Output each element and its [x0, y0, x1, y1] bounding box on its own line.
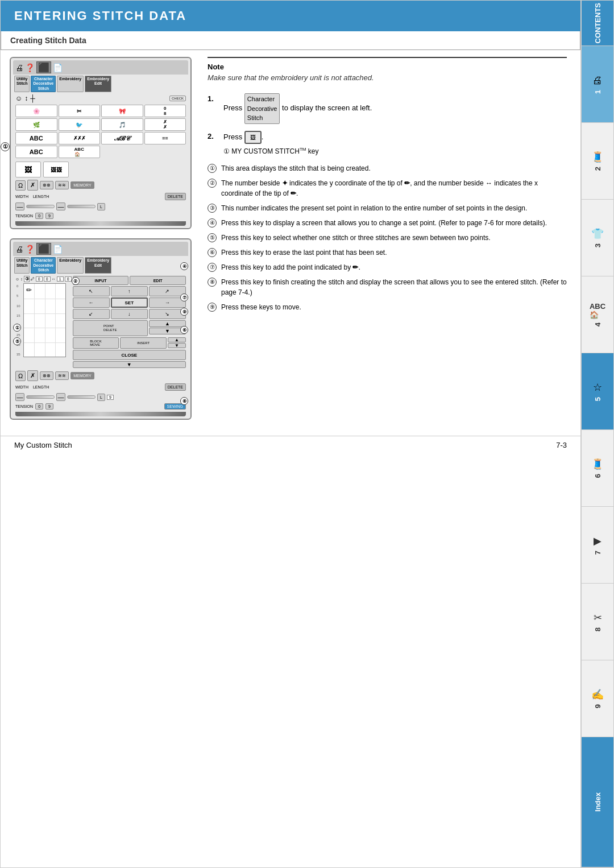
arrow-nw[interactable]: ↖ — [73, 286, 110, 296]
stitch-cell-8[interactable]: ✗✗ — [144, 118, 186, 131]
machine1-tab-utility[interactable]: UtilityStitch — [14, 76, 30, 92]
my-custom-stitch-key[interactable]: 🖼 — [244, 131, 262, 144]
desc-1: ① This area displays the stitch that is … — [208, 163, 567, 173]
machine1-tension-0[interactable]: 0 — [35, 213, 43, 219]
stitch-cell-5[interactable]: 🌿 — [15, 118, 57, 131]
machine1-width-label: WIDTH — [15, 195, 28, 199]
machine2-memory[interactable]: MEMORY — [70, 372, 94, 379]
tab-ch4[interactable]: ABC🏠 4 — [580, 276, 613, 353]
desc-4-text: Press this key to display a screen that … — [221, 218, 547, 228]
machine2-tab-character[interactable]: CharacterDecorativeStitch — [31, 257, 56, 274]
machine1-tension-9[interactable]: 9 — [45, 213, 53, 219]
tab-index[interactable]: Index — [580, 737, 613, 867]
machine1-tab-embroidery[interactable]: Embroidery — [57, 76, 84, 92]
tab-ch1[interactable]: 🖨 1 — [580, 46, 613, 123]
arrow-up3[interactable]: ▲ — [168, 337, 186, 342]
machine1-check-btn[interactable]: CHECK — [169, 96, 186, 101]
machine2-tab-embroidery[interactable]: Embroidery — [57, 257, 84, 274]
tab-ch8[interactable]: ✂ 8 — [580, 584, 613, 660]
machine2-tab-utility[interactable]: UtilityStitch — [14, 257, 30, 274]
machine2-x[interactable]: ✗ — [27, 370, 38, 381]
step1-text: Press CharacterDecorativeStitch to displ… — [223, 93, 372, 124]
desc-3-num: ③ — [208, 204, 217, 213]
stitch-cell-9[interactable]: ABC — [15, 132, 57, 144]
stitch-cell-11[interactable]: 𝒜ℬ𝒞 — [101, 132, 143, 144]
machine2-block-move[interactable]: BLOCKMOVE — [73, 337, 119, 349]
machine2-slider2[interactable] — [67, 395, 96, 399]
machine2-delete-btn[interactable]: DELETE — [165, 383, 186, 391]
machine2-edit-btn[interactable]: EDIT — [130, 276, 186, 285]
machine2-num-val: 9 — [107, 395, 114, 400]
machine1-x[interactable]: ✗ — [27, 180, 38, 191]
machine1-top-bar: 🖨 ❓ ⬛ 📄 — [13, 60, 188, 75]
stitch-cell-2[interactable]: ✂ — [59, 105, 101, 117]
stitch-cell-14[interactable]: ABC🏠 — [59, 146, 101, 158]
machine1-delete-btn[interactable]: DELETE — [165, 193, 186, 200]
machine2-slider1[interactable] — [26, 395, 55, 399]
machine2-lines[interactable]: ≋≋ — [55, 371, 69, 380]
stitch-cell-7[interactable]: 🎵 — [101, 118, 143, 131]
tab-ch9[interactable]: ✍ 9 — [580, 660, 613, 737]
machine2-pattern[interactable]: ⊗⊗ — [40, 371, 53, 380]
machine2-set-btn[interactable]: SET — [111, 297, 148, 308]
character-stitch-key[interactable]: CharacterDecorativeStitch — [244, 93, 280, 124]
tab-ch7[interactable]: ▶ 7 — [580, 507, 613, 584]
machine1-slider1[interactable] — [26, 205, 55, 208]
machine2-input-btn[interactable]: INPUT — [73, 276, 129, 285]
machine1-omega[interactable]: Ω — [15, 180, 26, 191]
left-column: 🖨 ❓ ⬛ 📄 UtilityStitch CharacterDecorativ… — [10, 57, 192, 420]
machine1-tab-character[interactable]: CharacterDecorativeStitch — [31, 76, 56, 92]
machine2-wl-row: WIDTH LENGTH DELETE — [13, 382, 188, 392]
callout-7: ⑦ — [180, 294, 188, 301]
machine2-minus1[interactable]: — — [15, 393, 24, 401]
note-text: Make sure that the embroidery unit is no… — [208, 73, 567, 82]
callout-2: ② — [72, 277, 80, 285]
tab-ch4-label: 4 — [594, 323, 602, 326]
machine1-minus1[interactable]: — — [15, 202, 24, 210]
machine1-tab-row: UtilityStitch CharacterDecorativeStitch … — [13, 76, 188, 93]
machine2-tension-9[interactable]: 9 — [45, 403, 53, 410]
machine2-tab-edit[interactable]: EmbroideryEdit — [85, 257, 111, 274]
machine2-sliders: — — L 9 — [13, 392, 188, 402]
arrow-sw[interactable]: ↙ — [73, 309, 110, 319]
arrow-w[interactable]: ← — [73, 297, 110, 308]
stitch-cell-13[interactable]: ABC — [15, 146, 57, 158]
stitch-cell-10[interactable]: ✗✗✗ — [59, 132, 101, 144]
custom-stitch-btn-1[interactable]: 🖼 — [15, 162, 41, 177]
machine1-l[interactable]: L — [97, 203, 105, 210]
tab-contents[interactable]: CONTENTS — [580, 1, 613, 46]
machine1-tab-edit[interactable]: EmbroideryEdit — [85, 76, 111, 92]
custom-stitch-btn-2[interactable]: 🖼🖼 — [43, 162, 69, 177]
stitch-cell-3[interactable]: 🎀 — [101, 105, 143, 117]
tab-ch6[interactable]: 🧵 6 — [580, 430, 613, 507]
arrow-n[interactable]: ↑ — [111, 286, 148, 296]
tab-ch2[interactable]: 🧵 2 — [580, 123, 613, 200]
machine2-close-btn[interactable]: CLOSE — [73, 350, 186, 360]
machine2-insert[interactable]: INSERT — [120, 337, 167, 349]
machine2-point-delete[interactable]: POINTDELETE — [73, 320, 148, 336]
tab-ch5[interactable]: ☆ 5 — [580, 353, 613, 430]
arrow-dn3[interactable]: ▼ — [168, 343, 186, 348]
machine1-minus2[interactable]: — — [56, 202, 65, 210]
arrow-s[interactable]: ↓ — [111, 309, 148, 319]
arrow-dn4[interactable]: ▼ — [73, 361, 186, 368]
machine2-minus2[interactable]: — — [56, 393, 65, 401]
step1-num: 1. — [208, 93, 219, 105]
machine1-pattern[interactable]: ⊗⊗ — [40, 181, 53, 189]
stitch-cell-6[interactable]: 🐦 — [59, 118, 101, 131]
machine1-memory[interactable]: MEMORY — [70, 181, 94, 189]
machine1-slider2[interactable] — [67, 205, 96, 208]
machine2-y-ruler: 0 5 10 15 20 25 30 35 — [15, 283, 23, 357]
desc-9-num: ⑨ — [208, 303, 217, 312]
step-2: 2. Press 🖼. ① MY CUSTOM STITCHTM key — [208, 131, 567, 156]
machine1-lines[interactable]: ≋≋ — [55, 181, 69, 189]
side-tabs: CONTENTS 🖨 1 🧵 2 👕 3 ABC🏠 4 ☆ 5 🧵 6 ▶ 7 — [580, 1, 613, 867]
tab-ch3[interactable]: 👕 3 — [580, 200, 613, 276]
machine2-tension-0[interactable]: 0 — [35, 403, 43, 410]
stitch-cell-4[interactable]: 08 — [144, 105, 186, 117]
machine2-omega[interactable]: Ω — [15, 371, 26, 381]
stitch-cell-1[interactable]: 🌸 — [15, 105, 57, 117]
callout-5: ⑤ — [13, 337, 21, 345]
stitch-cell-12[interactable]: ≡≡ — [144, 132, 186, 144]
machine2-l[interactable]: L — [97, 394, 105, 401]
